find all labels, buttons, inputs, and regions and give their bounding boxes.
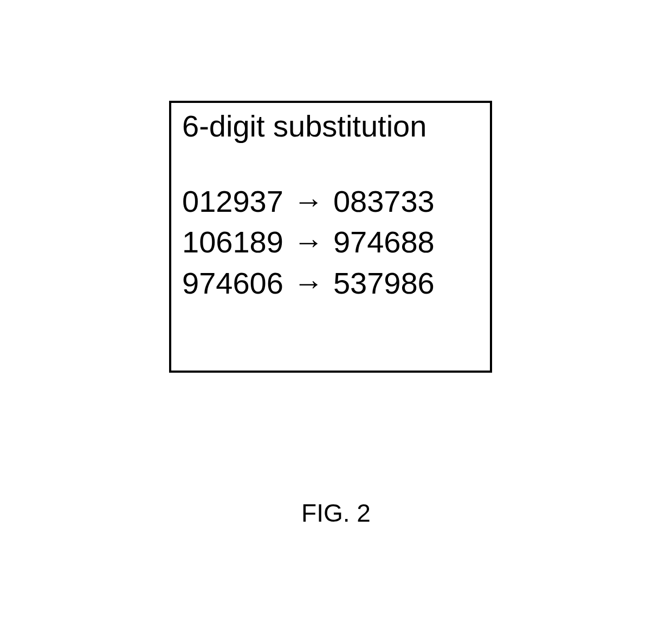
mapping-from: 012937	[182, 181, 283, 222]
mapping-row: 974606 → 537986	[182, 263, 479, 304]
mapping-row: 012937 → 083733	[182, 181, 479, 222]
arrow-right-icon: →	[293, 181, 324, 222]
mapping-from: 974606	[182, 263, 283, 304]
mapping-row: 106189 → 974688	[182, 222, 479, 263]
box-heading: 6-digit substitution	[182, 109, 479, 143]
arrow-right-icon: →	[293, 263, 324, 304]
mapping-to: 974688	[333, 222, 435, 263]
mapping-from: 106189	[182, 222, 283, 263]
figure-caption: FIG. 2	[0, 498, 672, 528]
mapping-to: 537986	[333, 263, 435, 304]
arrow-right-icon: →	[293, 222, 324, 263]
mapping-to: 083733	[333, 181, 435, 222]
substitution-box: 6-digit substitution 012937 → 083733 106…	[169, 101, 492, 373]
